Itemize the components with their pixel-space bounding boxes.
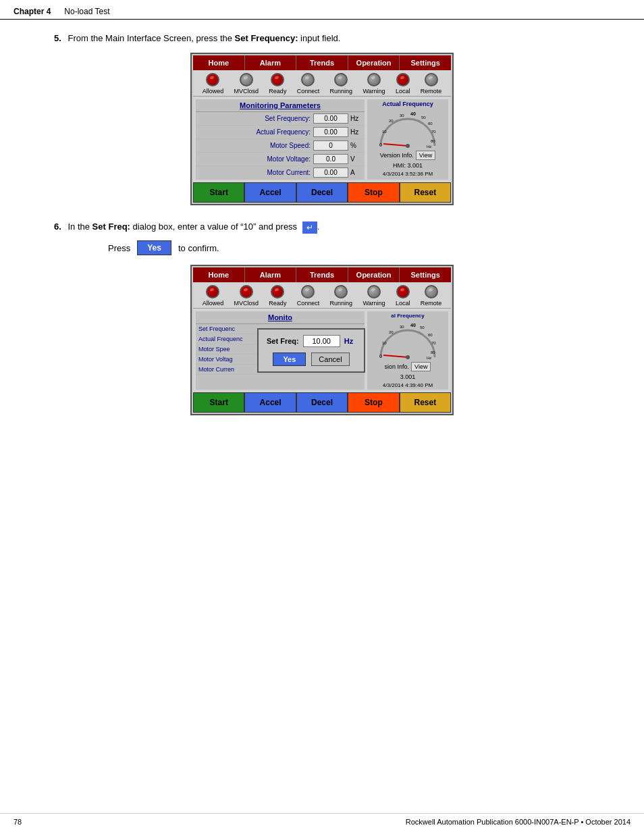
svg-text:50: 50 (420, 325, 425, 330)
nav-alarm-2[interactable]: Alarm (245, 267, 297, 282)
hmi-row-1: HMI: 3.001 (367, 161, 448, 170)
status-label-allowed: Allowed (203, 88, 224, 95)
svg-text:10: 10 (382, 341, 387, 345)
dialog-cancel-button[interactable]: Cancel (311, 353, 349, 366)
param-value-motor-speed-1: 0 (313, 140, 348, 151)
reset-button-2[interactable]: Reset (400, 392, 451, 413)
datetime-1: 4/3/2014 3:52:36 PM (381, 170, 434, 178)
stop-button-2[interactable]: Stop (348, 392, 399, 413)
version-label-1: Version Info. (380, 152, 414, 159)
press-text: Press (108, 243, 130, 253)
page-footer: 78 Rockwell Automation Publication 6000-… (0, 813, 644, 826)
svg-text:40: 40 (410, 111, 416, 116)
svg-text:20: 20 (389, 119, 394, 123)
step5-number: 5. (54, 33, 61, 43)
step6-text: 6. In the Set Freq: dialog box, enter a … (54, 221, 603, 234)
status-label-allowed-2: Allowed (203, 300, 224, 307)
reset-button-1[interactable]: Reset (400, 182, 451, 203)
view-button-1[interactable]: View (416, 151, 435, 160)
svg-text:80: 80 (431, 139, 435, 143)
dialog-overlay: Monito Set Frequenc Actual Frequenc Moto… (193, 309, 451, 392)
start-button-2[interactable]: Start (193, 392, 244, 413)
view-button-2[interactable]: View (411, 362, 431, 371)
dialog-freq-label: Set Freq: (267, 337, 299, 345)
status-icon-mvclosd-2 (240, 285, 253, 298)
step6-text-after: dialog box, enter a value of “10” and pr… (130, 221, 297, 232)
param-label-actual-freq-1: Actual Frequency: (198, 128, 313, 136)
svg-point-22 (406, 355, 410, 359)
hmi-label-1: HMI: (393, 162, 408, 169)
status-label-warning: Warning (363, 88, 385, 95)
accel-button-1[interactable]: Accel (244, 182, 296, 203)
dialog-hz-label: Hz (344, 337, 353, 345)
gauge-title-2: al Frequency (391, 311, 424, 320)
status-label-ready: Ready (269, 88, 286, 95)
nav-trends-1[interactable]: Trends (296, 55, 348, 70)
hmi-value-1: 3.001 (407, 162, 423, 169)
screen1: Home Alarm Trends Operation Settings All… (190, 53, 454, 205)
dialog-yes-button[interactable]: Yes (273, 353, 306, 366)
nav-home-1[interactable]: Home (193, 55, 245, 70)
decel-button-1[interactable]: Decel (296, 182, 348, 203)
nav-settings-1[interactable]: Settings (400, 55, 451, 70)
param-unit-actual-freq-1: Hz (348, 128, 362, 136)
status-label-mvclosd: MVClosd (234, 88, 259, 95)
status-icon-mvclosd (240, 73, 253, 86)
svg-text:30: 30 (400, 113, 404, 118)
step6-text-before: In the (68, 221, 92, 232)
version-label-2: sion Info. (385, 363, 410, 370)
param-label-motor-speed-1: Motor Speed: (198, 142, 313, 149)
status-icon-ready (271, 73, 284, 86)
param-value-motor-voltage-1: 0.0 (313, 154, 348, 164)
status-icon-connect (301, 73, 315, 86)
svg-text:60: 60 (428, 333, 433, 337)
status-allowed-2: Allowed (203, 285, 224, 307)
status-connect: Connect (297, 73, 320, 95)
param-unit-motor-voltage-1: V (348, 155, 362, 163)
gauge-area-2: 0 10 20 30 40 50 60 70 80 Hz (374, 320, 441, 361)
stop-button-1[interactable]: Stop (348, 182, 399, 203)
version-row-2: sion Info. View (382, 361, 434, 373)
decel-button-2[interactable]: Decel (296, 392, 348, 413)
param-label-motor-voltage-1: Motor Voltage: (198, 155, 313, 163)
main-content: 5. From the Main Interface Screen, press… (0, 20, 644, 445)
param-value-set-freq-1[interactable]: 0.00 (313, 113, 348, 124)
param-value-actual-freq-1: 0.00 (313, 127, 348, 137)
status-icon-allowed (206, 73, 219, 86)
status-label-running: Running (330, 88, 353, 95)
status-allowed: Allowed (203, 73, 224, 95)
status-icon-local (396, 73, 410, 86)
status-icon-local-2 (396, 285, 410, 298)
nav-home-2[interactable]: Home (193, 267, 245, 282)
nav-alarm-1[interactable]: Alarm (245, 55, 297, 70)
svg-text:Hz: Hz (427, 356, 431, 360)
status-remote-2: Remote (421, 285, 442, 307)
chapter-label: Chapter 4 (14, 7, 51, 16)
nav-bar-2: Home Alarm Trends Operation Settings (193, 267, 451, 282)
start-button-1[interactable]: Start (193, 182, 244, 203)
nav-operation-2[interactable]: Operation (348, 267, 400, 282)
param-label-motor-current-1: Motor Current: (198, 169, 313, 176)
nav-operation-1[interactable]: Operation (348, 55, 400, 70)
step6-bold: Set Freq: (92, 221, 130, 232)
svg-text:80: 80 (431, 350, 435, 355)
status-label-mvclosd-2: MVClosd (234, 300, 259, 307)
status-remote: Remote (421, 73, 442, 95)
param-set-freq-1: Set Frequency: 0.00 Hz (196, 112, 365, 126)
nav-settings-2[interactable]: Settings (400, 267, 451, 282)
page-number: 78 (14, 818, 22, 826)
accel-button-2[interactable]: Accel (244, 392, 296, 413)
right-panel-1: Actual Frequency 0 10 20 30 40 50 60 70 (367, 99, 448, 180)
status-icon-warning (367, 73, 381, 86)
svg-text:30: 30 (400, 325, 404, 329)
param-unit-motor-current-1: A (348, 169, 362, 176)
yes-button-inline[interactable]: Yes (137, 240, 171, 255)
nav-trends-2[interactable]: Trends (296, 267, 348, 282)
gauge-svg-1: 0 10 20 30 40 50 60 70 80 Hz (374, 109, 441, 149)
svg-text:70: 70 (431, 341, 436, 345)
main-panel-1: Monitoring Parameters Set Frequency: 0.0… (193, 97, 451, 182)
status-label-local-2: Local (396, 300, 410, 307)
step5-text: 5. From the Main Interface Screen, press… (54, 33, 603, 43)
set-freq-input[interactable] (303, 335, 340, 347)
status-label-warning-2: Warning (363, 300, 385, 307)
